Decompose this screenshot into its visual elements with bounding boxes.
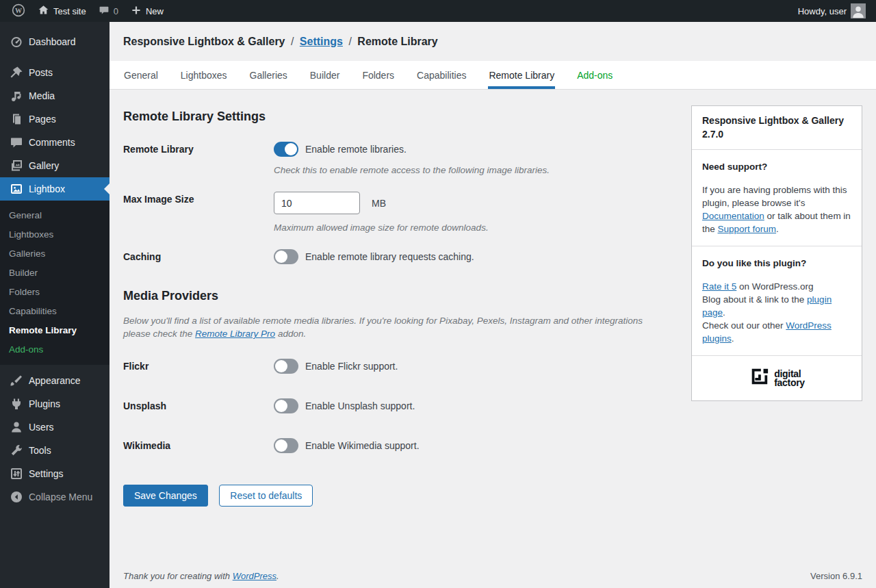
rate-heading: Do you like this plugin?	[702, 257, 851, 270]
plug-icon	[10, 397, 23, 411]
reset-to-defaults-button[interactable]: Reset to defaults	[219, 485, 313, 507]
sidebar-label: Appearance	[29, 375, 81, 386]
submenu-item-general[interactable]: General	[0, 206, 110, 225]
plus-icon	[131, 5, 142, 18]
tab-remote-library[interactable]: Remote Library	[488, 61, 555, 89]
media-providers-intro: Below you'll find a list of available re…	[123, 314, 671, 340]
sidebar-label: Gallery	[29, 160, 59, 171]
blog-text: Blog about it & link to the	[702, 294, 807, 305]
sidebar-label: Users	[29, 422, 54, 433]
period: .	[732, 333, 734, 344]
field-label: Caching	[123, 249, 274, 264]
caching-row: Caching Enable remote library requests c…	[123, 249, 678, 264]
rate-section: Do you like this plugin? Rate it 5 on Wo…	[692, 246, 862, 356]
sidebar-item-media[interactable]: Media	[0, 84, 110, 107]
save-changes-button[interactable]: Save Changes	[123, 485, 208, 507]
field-description: Maximum allowed image size for remote do…	[274, 222, 678, 233]
sidebar-label: Plugins	[29, 398, 60, 409]
thanks-text: Thank you for creating with	[123, 571, 233, 581]
collapse-label: Collapse Menu	[29, 491, 92, 502]
sidebar-item-users[interactable]: Users	[0, 416, 110, 439]
comment-count: 0	[114, 6, 118, 16]
toggle-knob	[275, 360, 287, 372]
toggle-knob	[275, 400, 287, 412]
submenu-item-lightboxes[interactable]: Lightboxes	[0, 225, 110, 244]
documentation-link[interactable]: Documentation	[702, 211, 764, 221]
new-content-menu[interactable]: New	[125, 0, 170, 22]
rate-line: Rate it 5 on WordPress.org	[702, 280, 851, 293]
field-label: Flickr	[123, 359, 274, 374]
unsplash-toggle[interactable]	[274, 398, 298, 413]
wikimedia-row: Wikimedia Enable Wikimedia support.	[123, 438, 678, 453]
remote-library-row: Remote Library Enable remote libraries. …	[123, 142, 678, 175]
admin-bar-left: W Test site 0 New	[0, 0, 170, 22]
wordpress-link[interactable]: WordPress	[233, 571, 276, 581]
max-image-size-input[interactable]	[274, 192, 360, 214]
blog-line: Blog about it & link to the plugin page.	[702, 293, 851, 319]
comments-menu[interactable]: 0	[92, 0, 125, 22]
tab-folders[interactable]: Folders	[361, 61, 395, 89]
comment-bubble-icon	[99, 5, 110, 18]
collapse-arrow-icon	[10, 490, 23, 504]
caching-toggle[interactable]	[274, 249, 298, 264]
max-image-size-row: Max Image Size MB Maximum allowed image …	[123, 192, 678, 233]
breadcrumb-separator: /	[346, 36, 354, 47]
toggle-label: Enable remote libraries.	[305, 144, 407, 155]
wikimedia-toggle[interactable]	[274, 438, 298, 453]
howdy-label: Howdy, user	[798, 6, 847, 16]
version-label: Version 6.9.1	[810, 571, 862, 581]
toggle-knob	[275, 439, 287, 452]
howdy-menu[interactable]: Howdy, user	[792, 0, 872, 22]
sidebar-item-plugins[interactable]: Plugins	[0, 392, 110, 416]
collapse-menu-button[interactable]: Collapse Menu	[0, 485, 110, 509]
tab-galleries[interactable]: Galleries	[249, 61, 288, 89]
breadcrumb-settings-link[interactable]: Settings	[300, 36, 343, 47]
remote-library-toggle[interactable]	[274, 142, 298, 157]
unit-label: MB	[372, 198, 386, 209]
user-icon	[10, 420, 23, 434]
sidebar-item-pages[interactable]: Pages	[0, 107, 110, 131]
tab-capabilities[interactable]: Capabilities	[416, 61, 467, 89]
flickr-row: Flickr Enable Flickr support.	[123, 359, 678, 374]
sidebar-item-gallery[interactable]: Gallery	[0, 154, 110, 177]
sidebar-item-appearance[interactable]: Appearance	[0, 369, 110, 392]
sidebar-item-lightbox[interactable]: Lightbox	[0, 177, 110, 201]
submenu-item-galleries[interactable]: Galleries	[0, 244, 110, 264]
submenu-item-builder[interactable]: Builder	[0, 264, 110, 283]
sidebar-item-settings[interactable]: Settings	[0, 462, 110, 485]
sidebar-item-comments[interactable]: Comments	[0, 131, 110, 154]
rate-it-link[interactable]: Rate it 5	[702, 281, 736, 292]
rate-text: on WordPress.org	[736, 281, 813, 292]
lightbox-submenu: General Lightboxes Galleries Builder Fol…	[0, 201, 110, 365]
submenu-item-add-ons[interactable]: Add-ons	[0, 340, 110, 359]
wordpress-logo-menu[interactable]: W	[5, 0, 31, 22]
field-label: Unsplash	[123, 398, 274, 413]
site-name-menu[interactable]: Test site	[31, 0, 92, 22]
sidebar-item-posts[interactable]: Posts	[0, 61, 110, 84]
support-section: Need support? If you are having problems…	[692, 150, 862, 246]
pages-icon	[10, 112, 23, 126]
sidebar-label: Posts	[29, 67, 53, 78]
submenu-item-remote-library[interactable]: Remote Library	[0, 321, 110, 340]
toggle-label: Enable remote library requests caching.	[305, 251, 474, 262]
tab-builder[interactable]: Builder	[309, 61, 341, 89]
breadcrumb-plugin-name: Responsive Lightbox & Gallery	[123, 36, 285, 47]
admin-bar-right: Howdy, user	[792, 0, 876, 22]
tab-general[interactable]: General	[123, 61, 159, 89]
support-forum-link[interactable]: Support forum	[718, 224, 777, 234]
lightbox-icon	[10, 182, 23, 196]
sidebar-item-dashboard[interactable]: Dashboard	[0, 30, 110, 53]
sidebar-item-tools[interactable]: Tools	[0, 439, 110, 462]
field-label: Wikimedia	[123, 438, 274, 453]
tab-add-ons[interactable]: Add-ons	[576, 61, 613, 89]
submenu-item-capabilities[interactable]: Capabilities	[0, 302, 110, 321]
submenu-item-folders[interactable]: Folders	[0, 283, 110, 302]
sidebar-separator	[0, 53, 110, 61]
flickr-toggle[interactable]	[274, 359, 298, 374]
tab-lightboxes[interactable]: Lightboxes	[180, 61, 228, 89]
media-providers-title: Media Providers	[123, 289, 678, 303]
remote-library-pro-link[interactable]: Remote Library Pro	[195, 329, 275, 339]
widget-title: Responsive Lightbox & Gallery 2.7.0	[692, 106, 862, 150]
check-text: Check out our other	[702, 320, 786, 331]
brush-icon	[10, 374, 23, 387]
